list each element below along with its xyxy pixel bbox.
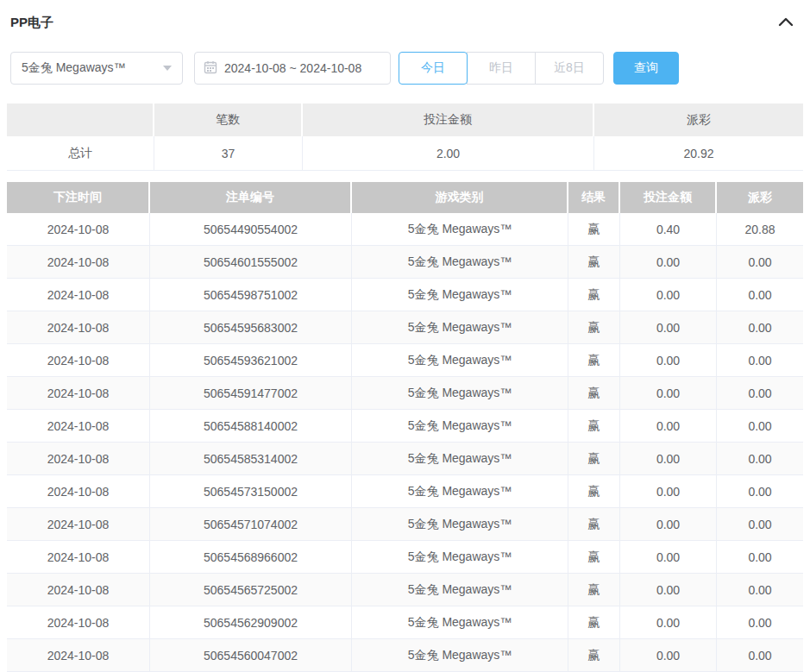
cell-result: 赢: [568, 246, 620, 279]
cell-payout: 0.00: [717, 311, 803, 344]
cell-bet-amount: 0.00: [620, 574, 717, 606]
summary-header-payout: 派彩: [594, 104, 803, 136]
summary-total-label: 总计: [7, 136, 154, 171]
yesterday-button[interactable]: 昨日: [467, 52, 536, 85]
cell-bet-id: 50654601555002: [150, 246, 352, 279]
cell-game-type: 5金兔 Megaways™: [352, 213, 568, 246]
cell-result: 赢: [568, 508, 620, 541]
cell-bet-id: 50654571074002: [150, 508, 352, 541]
summary-table: 笔数 投注金额 派彩 总计 37 2.00 20.92: [7, 104, 803, 171]
cell-payout: 0.00: [717, 475, 803, 508]
cell-payout: 0.00: [717, 508, 803, 541]
cell-result: 赢: [568, 475, 620, 508]
table-row: 2024-10-08 50654585314002 5金兔 Megaways™ …: [7, 443, 803, 475]
cell-payout: 0.00: [717, 541, 803, 574]
cell-game-type: 5金兔 Megaways™: [352, 377, 568, 410]
quick-date-button-group: 今日 昨日 近8日: [399, 52, 604, 85]
cell-bet-time: 2024-10-08: [7, 279, 150, 311]
cell-game-type: 5金兔 Megaways™: [352, 574, 568, 606]
cell-result: 赢: [568, 443, 620, 475]
cell-bet-amount: 0.00: [620, 311, 717, 344]
cell-bet-amount: 0.00: [620, 246, 717, 279]
collapse-panel-button[interactable]: [774, 12, 798, 33]
cell-bet-amount: 0.00: [620, 508, 717, 541]
cell-bet-time: 2024-10-08: [7, 639, 150, 672]
cell-bet-id: 50654562909002: [150, 606, 352, 639]
records-header-bet-time: 下注时间: [7, 182, 150, 213]
table-row: 2024-10-08 50654601555002 5金兔 Megaways™ …: [7, 246, 803, 279]
cell-bet-time: 2024-10-08: [7, 311, 150, 344]
cell-bet-amount: 0.00: [620, 377, 717, 410]
cell-game-type: 5金兔 Megaways™: [352, 475, 568, 508]
cell-result: 赢: [568, 639, 620, 672]
cell-bet-id: 50654565725002: [150, 574, 352, 606]
cell-payout: 0.00: [717, 377, 803, 410]
summary-total-row: 总计 37 2.00 20.92: [7, 136, 803, 171]
panel-header: PP电子: [0, 0, 810, 33]
records-tbody: 2024-10-08 50654490554002 5金兔 Megaways™ …: [7, 213, 803, 672]
cell-bet-id: 50654560047002: [150, 639, 352, 672]
cell-result: 赢: [568, 410, 620, 443]
table-row: 2024-10-08 50654593621002 5金兔 Megaways™ …: [7, 344, 803, 377]
cell-bet-id: 50654585314002: [150, 443, 352, 475]
table-row: 2024-10-08 50654560047002 5金兔 Megaways™ …: [7, 639, 803, 672]
cell-bet-time: 2024-10-08: [7, 443, 150, 475]
cell-game-type: 5金兔 Megaways™: [352, 410, 568, 443]
cell-payout: 0.00: [717, 344, 803, 377]
date-range-input[interactable]: 2024-10-08 ~ 2024-10-08: [194, 52, 391, 85]
cell-bet-amount: 0.00: [620, 541, 717, 574]
cell-bet-id: 50654588140002: [150, 410, 352, 443]
game-select[interactable]: 5金兔 Megaways™: [10, 52, 183, 85]
cell-bet-time: 2024-10-08: [7, 410, 150, 443]
cell-bet-time: 2024-10-08: [7, 606, 150, 639]
cell-bet-amount: 0.00: [620, 443, 717, 475]
cell-bet-time: 2024-10-08: [7, 475, 150, 508]
summary-header-bet-amount: 投注金额: [303, 104, 594, 136]
last-8-days-button[interactable]: 近8日: [535, 52, 604, 85]
cell-bet-id: 50654595683002: [150, 311, 352, 344]
table-row: 2024-10-08 50654565725002 5金兔 Megaways™ …: [7, 574, 803, 606]
table-row: 2024-10-08 50654588140002 5金兔 Megaways™ …: [7, 410, 803, 443]
summary-total-bet-amount: 2.00: [303, 136, 594, 171]
cell-game-type: 5金兔 Megaways™: [352, 344, 568, 377]
cell-result: 赢: [568, 279, 620, 311]
cell-bet-amount: 0.00: [620, 475, 717, 508]
cell-game-type: 5金兔 Megaways™: [352, 541, 568, 574]
cell-bet-time: 2024-10-08: [7, 541, 150, 574]
cell-payout: 0.00: [717, 246, 803, 279]
cell-bet-time: 2024-10-08: [7, 508, 150, 541]
cell-result: 赢: [568, 213, 620, 246]
cell-bet-time: 2024-10-08: [7, 574, 150, 606]
chevron-up-icon: [778, 16, 794, 29]
cell-bet-id: 50654573150002: [150, 475, 352, 508]
page-title: PP电子: [10, 15, 53, 31]
summary-header-count: 笔数: [154, 104, 303, 136]
cell-game-type: 5金兔 Megaways™: [352, 508, 568, 541]
cell-bet-time: 2024-10-08: [7, 246, 150, 279]
cell-result: 赢: [568, 344, 620, 377]
calendar-icon: [204, 60, 224, 77]
table-row: 2024-10-08 50654598751002 5金兔 Megaways™ …: [7, 279, 803, 311]
records-header-result: 结果: [568, 182, 620, 213]
cell-bet-time: 2024-10-08: [7, 213, 150, 246]
records-table: 下注时间 注单编号 游戏类别 结果 投注金额 派彩 2024-10-08 506…: [7, 182, 803, 672]
cell-game-type: 5金兔 Megaways™: [352, 246, 568, 279]
table-row: 2024-10-08 50654591477002 5金兔 Megaways™ …: [7, 377, 803, 410]
cell-game-type: 5金兔 Megaways™: [352, 606, 568, 639]
cell-bet-id: 50654568966002: [150, 541, 352, 574]
table-row: 2024-10-08 50654595683002 5金兔 Megaways™ …: [7, 311, 803, 344]
cell-bet-time: 2024-10-08: [7, 344, 150, 377]
table-row: 2024-10-08 50654571074002 5金兔 Megaways™ …: [7, 508, 803, 541]
cell-bet-amount: 0.00: [620, 606, 717, 639]
cell-bet-amount: 0.00: [620, 279, 717, 311]
search-button[interactable]: 查询: [613, 52, 679, 85]
cell-result: 赢: [568, 606, 620, 639]
cell-payout: 0.00: [717, 606, 803, 639]
table-row: 2024-10-08 50654573150002 5金兔 Megaways™ …: [7, 475, 803, 508]
today-button[interactable]: 今日: [399, 52, 468, 85]
cell-payout: 0.00: [717, 443, 803, 475]
cell-game-type: 5金兔 Megaways™: [352, 639, 568, 672]
cell-payout: 0.00: [717, 574, 803, 606]
summary-header-row: 笔数 投注金额 派彩: [7, 104, 803, 136]
cell-payout: 0.00: [717, 279, 803, 311]
